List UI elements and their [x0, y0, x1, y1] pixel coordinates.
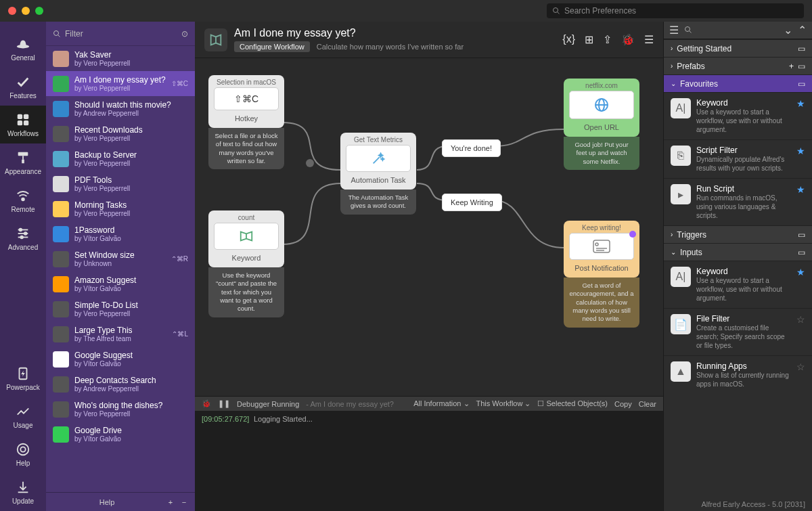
workflow-item[interactable]: Large Type This by The Alfred team ⌃⌘L	[46, 321, 195, 347]
svg-rect-7	[18, 152, 28, 156]
nav-features[interactable]: Features	[0, 68, 46, 106]
star-icon[interactable]: ★	[796, 146, 805, 173]
scope-select[interactable]: This Workflow ⌄	[476, 399, 531, 408]
workflow-canvas[interactable]: Selection in macOS ⇧⌘C Hotkey Select a f…	[195, 58, 663, 396]
workflow-item[interactable]: Backup to Server by Vero Pepperrell	[46, 146, 195, 171]
post-notification-node[interactable]: Keep writing! Post Notification Get a wo…	[564, 221, 639, 277]
svg-point-26	[306, 159, 314, 167]
palette-item[interactable]: ⎘ Script Filter Dynamically populate Alf…	[664, 139, 812, 178]
palette-item-title: Running Apps	[696, 361, 791, 371]
remove-workflow-button[interactable]: −	[177, 498, 191, 506]
filter-options-icon[interactable]: ⊙	[181, 29, 188, 39]
search-placeholder: Search Preferences	[564, 6, 636, 16]
debug-icon[interactable]: 🐞	[621, 33, 635, 46]
window-icon[interactable]: ▭	[798, 44, 805, 53]
section-favourites[interactable]: ⌄ Favourites ▭	[664, 74, 812, 92]
workflow-item-title: Set Window size	[74, 250, 168, 260]
node-header: Get Text Metrics	[340, 133, 416, 145]
pause-icon[interactable]: ❚❚	[218, 399, 230, 408]
nav-advanced[interactable]: Advanced	[0, 219, 46, 257]
nav-help[interactable]: Help	[0, 435, 46, 473]
minimize-window[interactable]	[22, 7, 30, 15]
collapse-icon[interactable]: ⌄	[784, 24, 792, 37]
star-icon[interactable]: ★	[796, 184, 805, 220]
section-inputs[interactable]: ⌄ Inputs ▭	[664, 243, 812, 261]
workflow-item[interactable]: Who's doing the dishes? by Vero Pepperre…	[46, 397, 195, 422]
star-icon[interactable]: ☆	[796, 314, 805, 350]
workflow-item[interactable]: Amazon Suggest by Vítor Galvão	[46, 271, 195, 296]
workflow-item[interactable]: Google Drive by Vítor Galvão	[46, 422, 195, 447]
maximize-window[interactable]	[35, 7, 43, 15]
workflow-item[interactable]: Simple To-Do List by Vero Pepperrell	[46, 296, 195, 321]
star-icon[interactable]: ★	[796, 267, 805, 303]
nav-remote[interactable]: Remote	[0, 181, 46, 219]
palette-item[interactable]: A| Keyword Use a keyword to start a work…	[664, 92, 812, 139]
nav-usage[interactable]: Usage	[0, 397, 46, 435]
workflow-item-author: by The Alfred team	[74, 335, 169, 342]
workflow-item[interactable]: Recent Downloads by Vero Pepperrell	[46, 121, 195, 146]
palette-item[interactable]: A| Keyword Use a keyword to start a work…	[664, 261, 812, 308]
clear-button[interactable]: Clear	[639, 400, 656, 408]
expand-icon[interactable]: ⌃	[798, 24, 807, 37]
workflow-item[interactable]: Morning Tasks by Vero Pepperrell	[46, 196, 195, 221]
star-icon[interactable]: ★	[796, 98, 805, 134]
help-button[interactable]: Help	[50, 498, 164, 506]
palette-item[interactable]: 📄 File Filter Create a customised file s…	[664, 308, 812, 355]
window-icon[interactable]: ▭	[798, 79, 805, 89]
star-icon[interactable]: ☆	[796, 361, 805, 388]
workflow-item[interactable]: 1Password by Vítor Galvão	[46, 221, 195, 246]
svg-marker-18	[21, 370, 25, 376]
workflow-item[interactable]: Set Window size by Unknown ⌃⌘R	[46, 246, 195, 271]
nav-appearance[interactable]: Appearance	[0, 143, 46, 181]
hotkey-node[interactable]: Selection in macOS ⇧⌘C Hotkey Select a f…	[208, 75, 284, 128]
filter-pill-keep[interactable]: Keep Writing	[442, 194, 502, 211]
export-icon[interactable]: ⇪	[603, 33, 612, 46]
add-icon[interactable]: +	[789, 62, 794, 71]
nav-workflows[interactable]: Workflows	[0, 106, 46, 143]
palette-item[interactable]: ▲ Running Apps Show a list of currently …	[664, 355, 812, 394]
workflow-item[interactable]: Deep Contacts Search by Andrew Pepperrel…	[46, 372, 195, 397]
keyword-node[interactable]: count Keyword Use the keyword "count" an…	[208, 210, 284, 267]
workflow-item-shortcut: ⌃⌘R	[171, 255, 188, 263]
close-window[interactable]	[8, 7, 16, 15]
workflow-list[interactable]: Yak Saver by Vero Pepperrell Am I done m…	[46, 46, 195, 492]
nav-general[interactable]: General	[0, 30, 46, 68]
search-palette-icon[interactable]	[684, 24, 692, 37]
copy-button[interactable]: Copy	[614, 400, 632, 408]
canvas-area: Am I done my essay yet? Configure Workfl…	[195, 22, 663, 511]
menu-icon[interactable]: ☰	[644, 33, 654, 46]
workflow-item[interactable]: Google Suggest by Vítor Galvão	[46, 347, 195, 372]
search-preferences[interactable]: Search Preferences	[547, 3, 804, 18]
workflow-item[interactable]: Am I done my essay yet? by Vero Pepperre…	[46, 71, 195, 96]
workflow-item-author: by Vero Pepperrell	[74, 210, 188, 217]
add-object-icon[interactable]: ⊞	[585, 33, 593, 46]
section-triggers[interactable]: › Triggers ▭	[664, 225, 812, 243]
configure-workflow-button[interactable]: Configure Workflow	[234, 41, 310, 52]
book-icon	[237, 229, 256, 244]
filter-bar[interactable]: Filter ⊙	[46, 22, 195, 46]
selected-objects-checkbox[interactable]: ☐ Selected Object(s)	[537, 399, 608, 408]
section-prefabs[interactable]: › Prefabs +▭	[664, 57, 812, 74]
palette-item[interactable]: ▸ Run Script Run commands in macOS, usin…	[664, 178, 812, 225]
workflow-item[interactable]: PDF Tools by Vero Pepperrell	[46, 171, 195, 196]
open-url-node[interactable]: netflix.com Open URL Good job! Put your …	[564, 79, 639, 137]
palette-item-desc: Dynamically populate Alfred's results wi…	[696, 155, 791, 173]
add-workflow-button[interactable]: +	[164, 498, 177, 506]
bug-icon[interactable]: 🐞	[202, 399, 211, 408]
list-icon[interactable]: ☰	[669, 24, 679, 37]
nav-powerpack[interactable]: Powerpack	[0, 359, 46, 397]
nav-update[interactable]: Update	[0, 473, 46, 511]
workflow-item[interactable]: Yak Saver by Vero Pepperrell	[46, 46, 195, 71]
window-icon[interactable]: ▭	[798, 62, 805, 71]
section-getting-started[interactable]: › Getting Started ▭	[664, 39, 812, 57]
window-icon[interactable]: ▭	[798, 230, 805, 240]
variables-icon[interactable]: {x}	[562, 33, 575, 46]
filter-pill-done[interactable]: You're done!	[442, 139, 501, 157]
workflow-item[interactable]: Should I watch this movie? by Andrew Pep…	[46, 96, 195, 121]
window-icon[interactable]: ▭	[798, 248, 805, 257]
palette-item-icon: A|	[671, 98, 691, 118]
log-level-select[interactable]: All Information ⌄	[413, 399, 469, 408]
node-label: Open URL	[564, 123, 639, 137]
workflow-item-title: Recent Downloads	[74, 125, 188, 135]
automation-task-node[interactable]: Get Text Metrics Automation Task The Aut…	[340, 133, 416, 190]
